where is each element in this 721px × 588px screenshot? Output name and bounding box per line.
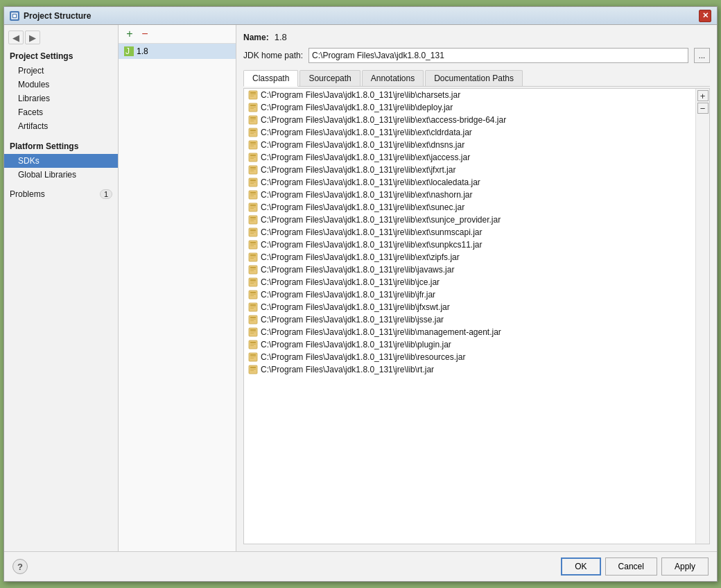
apply-button[interactable]: Apply [661,557,709,576]
jdk-path-input[interactable] [309,48,688,63]
nav-buttons: ◀ ▶ [4,28,118,49]
svg-rect-37 [250,192,256,193]
file-path: C:\Program Files\Java\jdk1.8.0_131\jre\l… [261,252,460,262]
list-item[interactable]: C:\Program Files\Java\jdk1.8.0_131\jre\l… [244,114,695,126]
svg-rect-30 [250,169,256,170]
list-item[interactable]: C:\Program Files\Java\jdk1.8.0_131\jre\l… [244,126,695,139]
sidebar-divider [4,133,118,139]
file-path: C:\Program Files\Java\jdk1.8.0_131\jre\l… [261,178,480,187]
list-item[interactable]: C:\Program Files\Java\jdk1.8.0_131\jre\l… [244,89,695,101]
svg-rect-10 [250,107,256,107]
svg-rect-87 [250,345,254,346]
sidebar-item-libraries[interactable]: Libraries [4,92,118,105]
back-button[interactable]: ◀ [8,31,24,44]
jar-icon [248,165,258,175]
svg-rect-93 [250,367,256,368]
file-path: C:\Program Files\Java\jdk1.8.0_131\jre\l… [261,302,450,312]
tab-annotations[interactable]: Annotations [362,70,424,86]
svg-rect-29 [250,167,256,168]
list-item[interactable]: C:\Program Files\Java\jdk1.8.0_131\jre\l… [244,189,695,201]
file-path: C:\Program Files\Java\jdk1.8.0_131\jre\l… [261,327,501,337]
tab-sourcepath[interactable]: Sourcepath [299,70,360,86]
list-item[interactable]: C:\Program Files\Java\jdk1.8.0_131\jre\l… [244,226,695,239]
forward-button[interactable]: ▶ [25,31,40,44]
svg-rect-34 [250,182,256,182]
svg-text:J: J [125,46,130,56]
file-path: C:\Program Files\Java\jdk1.8.0_131\jre\l… [261,352,465,362]
jar-icon [248,128,258,137]
list-item[interactable]: C:\Program Files\Java\jdk1.8.0_131\jre\l… [244,201,695,214]
action-buttons: OK Cancel Apply [561,557,709,576]
list-item[interactable]: C:\Program Files\Java\jdk1.8.0_131\jre\l… [244,101,695,114]
sidebar-item-project[interactable]: Project [4,64,118,78]
close-button[interactable]: ✕ [699,10,711,22]
file-list-add-button[interactable]: + [697,90,709,101]
svg-rect-62 [250,269,256,270]
svg-rect-43 [250,208,254,209]
svg-rect-78 [250,319,256,320]
jar-icon [248,277,258,287]
file-path: C:\Program Files\Java\jdk1.8.0_131\jre\l… [261,215,501,225]
project-settings-header: Project Settings [4,49,118,64]
name-row: Name: 1.8 [243,32,710,42]
tab-docpaths[interactable]: Documentation Paths [425,70,523,86]
file-path: C:\Program Files\Java\jdk1.8.0_131\jre\l… [261,140,464,150]
tab-classpath[interactable]: Classpath [243,70,298,87]
add-sdk-button[interactable]: + [123,28,137,40]
list-item[interactable]: C:\Program Files\Java\jdk1.8.0_131\jre\l… [244,276,695,288]
sidebar-item-global-libraries[interactable]: Global Libraries [4,168,118,182]
svg-rect-91 [250,358,254,358]
file-path: C:\Program Files\Java\jdk1.8.0_131\jre\l… [261,202,464,212]
list-item[interactable]: C:\Program Files\Java\jdk1.8.0_131\jre\l… [244,263,695,276]
browse-button[interactable]: ... [694,48,710,63]
svg-rect-11 [250,108,254,109]
svg-rect-70 [250,294,256,295]
file-path: C:\Program Files\Java\jdk1.8.0_131\jre\l… [261,315,444,325]
svg-rect-17 [250,130,256,131]
title-bar: Project Structure ✕ [4,7,717,25]
svg-rect-19 [250,133,254,134]
file-list-remove-button[interactable]: − [697,103,709,114]
svg-rect-82 [250,331,256,332]
list-item[interactable]: C:\Program Files\Java\jdk1.8.0_131\jre\l… [244,139,695,151]
svg-rect-73 [250,304,256,306]
svg-rect-23 [250,146,254,146]
list-item[interactable]: C:\Program Files\Java\jdk1.8.0_131\jre\l… [244,363,695,376]
sdk-list-item[interactable]: J 1.8 [119,44,236,59]
jar-icon [248,240,258,250]
sidebar-item-modules[interactable]: Modules [4,78,118,92]
list-item[interactable]: C:\Program Files\Java\jdk1.8.0_131\jre\l… [244,288,695,301]
list-item[interactable]: C:\Program Files\Java\jdk1.8.0_131\jre\l… [244,239,695,251]
list-item[interactable]: C:\Program Files\Java\jdk1.8.0_131\jre\l… [244,351,695,363]
sidebar-item-facets[interactable]: Facets [4,105,118,119]
svg-rect-7 [250,96,254,96]
list-item[interactable]: C:\Program Files\Java\jdk1.8.0_131\jre\l… [244,313,695,326]
list-item[interactable]: C:\Program Files\Java\jdk1.8.0_131\jre\l… [244,251,695,263]
list-item[interactable]: C:\Program Files\Java\jdk1.8.0_131\jre\l… [244,326,695,338]
file-path: C:\Program Files\Java\jdk1.8.0_131\jre\l… [261,340,451,349]
list-item[interactable]: C:\Program Files\Java\jdk1.8.0_131\jre\l… [244,338,695,351]
list-item[interactable]: C:\Program Files\Java\jdk1.8.0_131\jre\l… [244,214,695,226]
sidebar-item-sdks[interactable]: SDKs [4,154,118,168]
jar-icon [248,202,258,212]
file-path: C:\Program Files\Java\jdk1.8.0_131\jre\l… [261,290,435,300]
help-button[interactable]: ? [12,559,28,574]
list-item[interactable]: C:\Program Files\Java\jdk1.8.0_131\jre\l… [244,151,695,164]
list-item[interactable]: C:\Program Files\Java\jdk1.8.0_131\jre\l… [244,164,695,176]
svg-rect-5 [250,92,256,94]
svg-rect-75 [250,308,254,309]
svg-rect-83 [250,333,254,334]
main-content: ◀ ▶ Project Settings Project Modules Lib… [4,25,717,551]
sidebar-item-problems[interactable]: Problems 1 [4,187,118,201]
remove-sdk-button[interactable]: − [138,28,152,40]
jdk-label: JDK home path: [243,51,303,60]
list-item[interactable]: C:\Program Files\Java\jdk1.8.0_131\jre\l… [244,301,695,313]
window-title: Project Structure [24,11,91,21]
list-item[interactable]: C:\Program Files\Java\jdk1.8.0_131\jre\l… [244,176,695,189]
svg-rect-6 [250,94,256,95]
sidebar-item-artifacts[interactable]: Artifacts [4,119,118,133]
svg-rect-61 [250,267,256,268]
cancel-button[interactable]: Cancel [605,557,657,576]
svg-rect-39 [250,196,254,196]
ok-button[interactable]: OK [561,557,600,576]
